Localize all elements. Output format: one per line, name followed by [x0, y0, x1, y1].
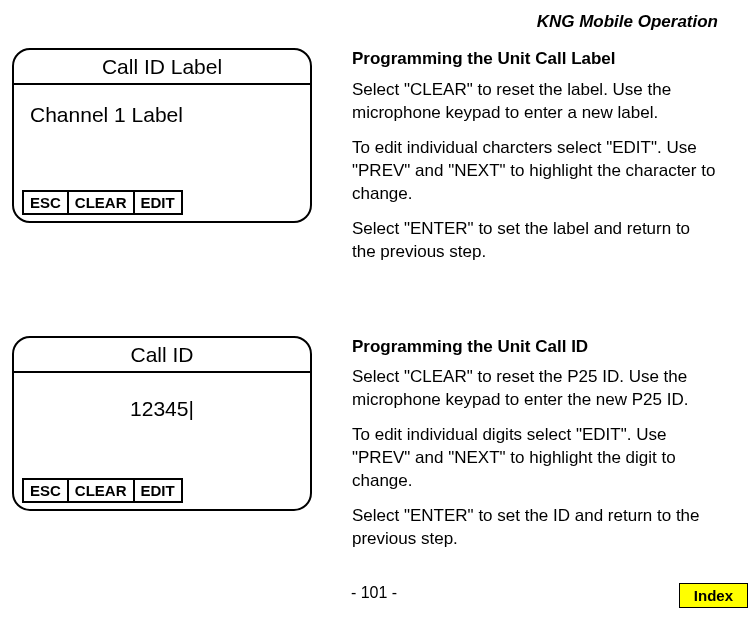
page-header: KNG Mobile Operation — [0, 12, 748, 32]
softkey-esc[interactable]: ESC — [22, 478, 69, 503]
softkey-esc[interactable]: ESC — [22, 190, 69, 215]
display-panel-label: Call ID Label Channel 1 Label ESC CLEAR … — [12, 48, 312, 223]
instructions-para: Select "ENTER" to set the label and retu… — [352, 218, 716, 264]
softkey-edit[interactable]: EDIT — [133, 478, 183, 503]
instructions-para: Select "CLEAR" to reset the P25 ID. Use … — [352, 366, 716, 412]
instructions-para: To edit individual digits select "EDIT".… — [352, 424, 716, 493]
instructions-label: Programming the Unit Call Label Select "… — [312, 48, 736, 276]
instructions-para: Select "ENTER" to set the ID and return … — [352, 505, 716, 551]
instructions-para: Select "CLEAR" to reset the label. Use t… — [352, 79, 716, 125]
instructions-para: To edit individual charcters select "EDI… — [352, 137, 716, 206]
section-call-id: Call ID 12345| ESC CLEAR EDIT Programmin… — [0, 336, 748, 564]
softkey-row: ESC CLEAR EDIT — [14, 478, 310, 509]
display-panel-id: Call ID 12345| ESC CLEAR EDIT — [12, 336, 312, 511]
softkey-edit[interactable]: EDIT — [133, 190, 183, 215]
panel-title: Call ID Label — [14, 50, 310, 85]
panel-body: 12345| — [14, 373, 310, 478]
panel-content: 12345| — [30, 391, 294, 421]
panel-title: Call ID — [14, 338, 310, 373]
panel-body: Channel 1 Label — [14, 85, 310, 190]
section-call-id-label: Call ID Label Channel 1 Label ESC CLEAR … — [0, 48, 748, 276]
instructions-title: Programming the Unit Call ID — [352, 336, 716, 359]
page-number: - 101 - — [0, 584, 748, 602]
softkey-clear[interactable]: CLEAR — [67, 478, 135, 503]
softkey-clear[interactable]: CLEAR — [67, 190, 135, 215]
softkey-row: ESC CLEAR EDIT — [14, 190, 310, 221]
instructions-title: Programming the Unit Call Label — [352, 48, 716, 71]
panel-content: Channel 1 Label — [30, 103, 294, 127]
instructions-id: Programming the Unit Call ID Select "CLE… — [312, 336, 736, 564]
index-tab[interactable]: Index — [679, 583, 748, 608]
